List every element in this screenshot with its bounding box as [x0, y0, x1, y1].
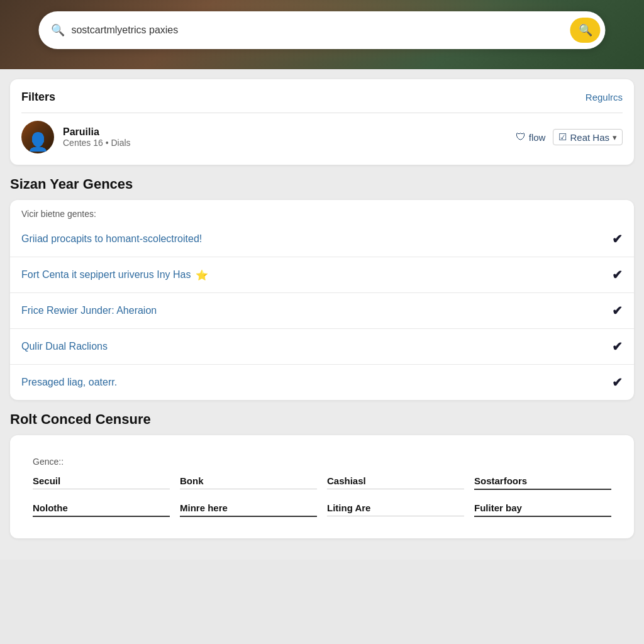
hero-image: 🔍 🔍: [0, 0, 644, 69]
list-item[interactable]: Qulir Dual Raclions ✔: [10, 329, 634, 365]
filters-title: Filters: [21, 91, 55, 104]
check-icon-4: ✔: [612, 339, 623, 354]
table-cell-value: Minre here: [180, 502, 317, 517]
section1-title: Sizan Year Gences: [10, 176, 634, 192]
filters-link[interactable]: Regulrcs: [586, 92, 623, 103]
check-icon-3: ✔: [612, 303, 623, 318]
badge-flow-label: flow: [529, 132, 546, 143]
shield-icon: 🛡: [516, 131, 526, 143]
profile-info: Paruilia Centes 16 • Dials: [63, 126, 516, 148]
table-cell-sostarfoors: Sostarfoors: [474, 475, 611, 490]
profile-sub: Centes 16 • Dials: [63, 138, 516, 148]
list-item[interactable]: Presaged liag, oaterr. ✔: [10, 365, 634, 400]
table-cell-value: Bonk: [180, 475, 317, 489]
table-cell-minre: Minre here: [180, 502, 317, 517]
filter-divider: [21, 113, 623, 113]
result-link-5: Presaged liag, oaterr.: [21, 377, 612, 388]
table-cell-value: Secuil: [33, 475, 170, 489]
badge-reat-label: Reat Has: [570, 132, 609, 143]
list-item[interactable]: Griiad procapits to homant-scolectroited…: [10, 221, 634, 257]
table-cell-value: Liting Are: [327, 502, 464, 516]
section2-title: Rolt Conced Censure: [10, 411, 634, 428]
results-card: Vicir bietne gentes: Griiad procapits to…: [10, 200, 634, 400]
profile-badges: 🛡 flow ☑ Reat Has ▾: [516, 129, 623, 145]
results-label: Vicir bietne gentes:: [10, 200, 634, 221]
main-content: Filters Regulrcs Paruilia Centes 16 • Di…: [0, 69, 644, 560]
list-item[interactable]: Fort Centa it sepipert uriverus Iny Has …: [10, 257, 634, 293]
check-icon-1: ✔: [612, 231, 623, 247]
star-badge: ⭐: [196, 269, 208, 281]
table-cell-value: Sostarfoors: [474, 475, 611, 490]
section2-card: Gence:: Secuil Bonk Cashiasl Sostarfoors…: [10, 435, 634, 538]
search-icon-left: 🔍: [51, 23, 65, 37]
checkbox-icon: ☑: [558, 131, 567, 143]
table-cell-liting: Liting Are: [327, 502, 464, 517]
profile-name: Paruilia: [63, 126, 516, 138]
result-link-3: Frice Rewier Junder: Aheraion: [21, 305, 612, 316]
table-cell-cashiasl: Cashiasl: [327, 475, 464, 490]
section2-table: Gence:: Secuil Bonk Cashiasl Sostarfoors…: [21, 447, 623, 527]
result-link-2: Fort Centa it sepipert uriverus Iny Has …: [21, 269, 612, 281]
table-cell-value: Fuliter bay: [474, 502, 611, 517]
check-icon-5: ✔: [612, 375, 623, 390]
table-cell-fuliter: Fuliter bay: [474, 502, 611, 517]
chevron-down-icon: ▾: [613, 133, 617, 142]
table-grid: Secuil Bonk Cashiasl Sostarfoors Nolothe…: [33, 475, 611, 517]
table-label: Gence::: [33, 457, 611, 467]
filters-card: Filters Regulrcs Paruilia Centes 16 • Di…: [10, 79, 634, 165]
table-cell-secuil: Secuil: [33, 475, 170, 490]
filters-header: Filters Regulrcs: [21, 91, 623, 104]
avatar: [21, 121, 54, 153]
search-button-icon: 🔍: [579, 23, 592, 37]
table-cell-bonk: Bonk: [180, 475, 317, 490]
search-input[interactable]: [71, 25, 570, 36]
badge-reat[interactable]: ☑ Reat Has ▾: [553, 129, 623, 145]
table-cell-nolothe: Nolothe: [33, 502, 170, 517]
search-button[interactable]: 🔍: [570, 18, 601, 43]
table-cell-value: Nolothe: [33, 502, 170, 517]
profile-row: Paruilia Centes 16 • Dials 🛡 flow ☑ Reat…: [21, 121, 623, 153]
search-bar: 🔍 🔍: [38, 11, 605, 49]
list-item[interactable]: Frice Rewier Junder: Aheraion ✔: [10, 293, 634, 329]
result-link-1: Griiad procapits to homant-scolectroited…: [21, 233, 612, 245]
check-icon-2: ✔: [612, 267, 623, 282]
badge-flow[interactable]: 🛡 flow: [516, 131, 546, 143]
table-cell-value: Cashiasl: [327, 475, 464, 489]
result-link-4: Qulir Dual Raclions: [21, 341, 612, 352]
